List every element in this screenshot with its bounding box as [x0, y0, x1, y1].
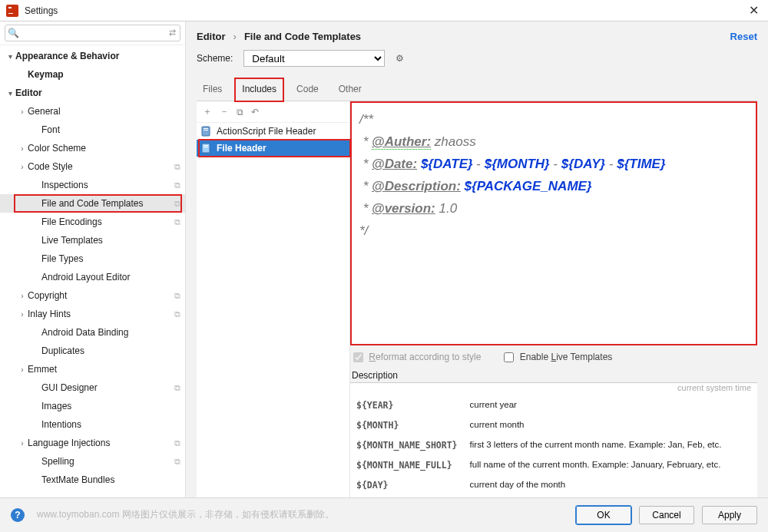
- help-icon[interactable]: ?: [11, 508, 25, 522]
- live-templates-checkbox-input[interactable]: [504, 352, 514, 362]
- chevron-icon: ›: [17, 107, 28, 116]
- scheme-row: Scheme: Default ⚙: [197, 50, 757, 67]
- tree-item[interactable]: ›Emmet: [0, 360, 185, 378]
- apply-button[interactable]: Apply: [702, 506, 757, 524]
- reset-link[interactable]: Reset: [730, 31, 757, 42]
- live-templates-checkbox[interactable]: Enable Live Templates: [504, 352, 612, 362]
- chevron-icon: ›: [17, 292, 28, 300]
- tab-files[interactable]: Files: [201, 79, 223, 101]
- tree-item-label: Code Style: [28, 161, 174, 172]
- tab-includes[interactable]: Includes: [240, 79, 278, 101]
- scope-icon: ⧉: [174, 217, 180, 227]
- svg-rect-6: [202, 144, 210, 153]
- variable-name: ${YEAR}: [350, 395, 464, 415]
- tree-item[interactable]: Spelling⧉: [0, 452, 185, 471]
- table-row: ${MONTH_NAME_SHORT}first 3 letters of th…: [350, 435, 757, 455]
- tree-item-label: Emmet: [28, 364, 180, 375]
- tree-item[interactable]: ▾Editor: [0, 84, 185, 102]
- template-toolbar: ＋ － ⧉ ↶: [197, 101, 349, 123]
- variable-name: ${MONTH}: [350, 415, 464, 435]
- tree-item[interactable]: ›Color Scheme: [0, 139, 185, 157]
- tree-item-label: Language Injections: [28, 438, 174, 448]
- scope-icon: ⧉: [174, 309, 180, 319]
- svg-rect-8: [204, 147, 208, 147]
- tree-item-label: General: [28, 106, 180, 117]
- tree-item[interactable]: Duplicates: [0, 342, 185, 360]
- undo-icon[interactable]: ↶: [251, 107, 259, 117]
- scope-icon: ⧉: [174, 291, 180, 301]
- tree-item[interactable]: File and Code Templates⧉: [0, 194, 185, 213]
- tree-item[interactable]: ▾Appearance & Behavior: [0, 47, 185, 65]
- tree-item[interactable]: Keymap: [0, 65, 185, 84]
- tree-item-label: Android Layout Editor: [41, 272, 180, 283]
- tree-item[interactable]: TextMate Bundles: [0, 471, 185, 489]
- template-list-panel: ＋ － ⧉ ↶ ActionScript File HeaderFile Hea…: [197, 101, 350, 497]
- description-panel: current system time ${YEAR}current year$…: [350, 382, 757, 497]
- tree-item-label: Android Data Binding: [41, 327, 180, 338]
- tree-item[interactable]: ›General: [0, 102, 185, 121]
- svg-rect-4: [204, 128, 208, 129]
- close-icon[interactable]: ✕: [746, 3, 762, 18]
- variable-desc: current year: [464, 395, 757, 415]
- variables-table: ${YEAR}current year${MONTH}current month…: [350, 395, 757, 497]
- tab-code[interactable]: Code: [295, 79, 320, 101]
- cancel-button[interactable]: Cancel: [639, 506, 694, 524]
- chevron-right-icon: ›: [233, 31, 237, 42]
- code-editor[interactable]: /** * @Auther: zhaoss * @Date: ${DATE} -…: [350, 101, 757, 345]
- chevron-icon: ›: [17, 365, 28, 374]
- add-icon[interactable]: ＋: [203, 105, 212, 118]
- variable-desc: first 3 letters of the current month nam…: [464, 435, 757, 455]
- tree-item[interactable]: ›Language Injections⧉: [0, 434, 185, 452]
- watermark-text: www.toymoban.com 网络图片仅供展示，非存储，如有侵权请联系删除。: [37, 508, 334, 521]
- tree-item[interactable]: Android Data Binding: [0, 323, 185, 342]
- tree-item[interactable]: Images: [0, 397, 185, 415]
- tree-item[interactable]: ›Copyright⧉: [0, 286, 185, 305]
- tree-item[interactable]: Font: [0, 121, 185, 139]
- file-icon: [201, 126, 212, 137]
- template-tabs: FilesIncludesCodeOther: [197, 79, 757, 101]
- search-input[interactable]: [5, 25, 180, 41]
- table-row: ${DAY}current day of the month: [350, 475, 757, 495]
- tree-item[interactable]: GUI Designer⧉: [0, 378, 185, 397]
- tree-item[interactable]: Live Templates: [0, 231, 185, 249]
- chevron-icon: ▾: [5, 89, 15, 97]
- breadcrumb-b: File and Code Templates: [244, 31, 361, 42]
- table-row: ${MONTH}current month: [350, 415, 757, 435]
- tree-item-label: File Encodings: [41, 216, 174, 227]
- tree-item[interactable]: File Encodings⧉: [0, 213, 185, 231]
- template-list: ActionScript File HeaderFile Header: [197, 123, 349, 497]
- remove-icon[interactable]: －: [220, 105, 229, 118]
- variable-name: ${DAY_NAME_SHORT}: [350, 495, 464, 497]
- filter-toggle-icon[interactable]: ⇄: [169, 28, 176, 38]
- tree-item[interactable]: File Types: [0, 249, 185, 268]
- tab-other[interactable]: Other: [337, 79, 363, 101]
- tree-item[interactable]: ›Code Style⧉: [0, 157, 185, 176]
- sidebar: 🔍 ⇄ ▾Appearance & BehaviorKeymap▾Editor›…: [0, 21, 186, 497]
- tree-item-label: Editor: [15, 88, 180, 98]
- template-panel: ＋ － ⧉ ↶ ActionScript File HeaderFile Hea…: [197, 101, 757, 497]
- breadcrumb-a[interactable]: Editor: [197, 31, 226, 42]
- variable-desc: current day of the month: [464, 475, 757, 495]
- file-icon: [201, 143, 212, 154]
- gear-icon[interactable]: ⚙: [396, 53, 404, 64]
- tree-item-label: Inlay Hints: [28, 309, 174, 319]
- tree-item[interactable]: Intentions: [0, 415, 185, 434]
- breadcrumb: Editor › File and Code Templates Reset: [197, 31, 757, 42]
- scope-icon: ⧉: [174, 383, 180, 393]
- svg-rect-0: [6, 5, 18, 17]
- template-item[interactable]: ActionScript File Header: [197, 123, 349, 140]
- table-row: ${MONTH_NAME_FULL}full name of the curre…: [350, 455, 757, 475]
- chevron-icon: ›: [17, 144, 28, 153]
- scheme-select[interactable]: Default: [243, 50, 385, 67]
- copy-icon[interactable]: ⧉: [237, 107, 243, 117]
- ok-button[interactable]: OK: [576, 506, 631, 524]
- tree-item-label: File Types: [41, 253, 180, 264]
- template-item[interactable]: File Header: [197, 140, 349, 157]
- tree-item-label: Copyright: [28, 290, 174, 301]
- tree-item[interactable]: ›Inlay Hints⧉: [0, 305, 185, 323]
- tree-item[interactable]: Inspections⧉: [0, 176, 185, 194]
- tree-item-label: Appearance & Behavior: [15, 51, 180, 61]
- template-item-label: File Header: [217, 143, 266, 154]
- tree-item[interactable]: Android Layout Editor: [0, 268, 185, 286]
- variable-name: ${MONTH_NAME_SHORT}: [350, 435, 464, 455]
